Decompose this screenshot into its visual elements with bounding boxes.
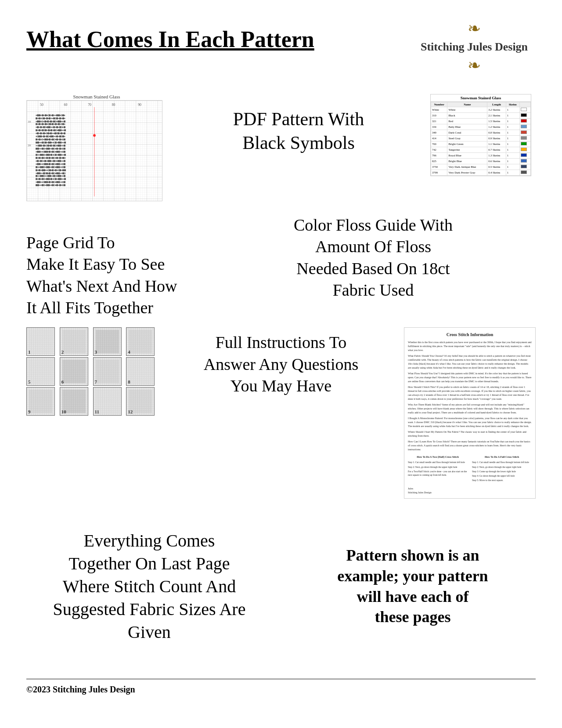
floss-num: 700 [431,141,447,147]
floss-color [519,118,530,124]
floss-skeins: 1 [506,130,519,135]
floss-color [519,147,530,152]
pdf-line1: PDF Pattern With [233,109,364,129]
svg-text:⊠⊞×○⊠□×⊞⊠×○⊞□×⊠×⊞○□⊠: ⊠⊞×○⊠□×⊞⊠×○⊞□×⊠×⊞○□⊠ [36,184,65,186]
logo-area: ❧ Stitching Jules Design ❧ [413,18,536,76]
floss-skeins: 1 [506,170,519,175]
floss-table-row: 825 Bright Blue 0.6 Skeins 1 [431,158,531,164]
info-paragraph: What Fabric Should You Choose? It's my b… [408,354,532,370]
color-floss-text: Color Floss Guide With Amount Of Floss N… [211,214,536,301]
svg-text:×⊠⊞○×⊠□⊞×⊠○⊞□×⊠⊞×○⊠□: ×⊠⊞○×⊠□⊞×⊠○⊞□×⊠⊞×○⊠□ [36,172,65,174]
floss-name: Baby Blue [447,124,487,130]
thumbnail-number: 2 [61,349,64,355]
floss-length: 1.5 Skeins [487,118,506,124]
instructions-line3: You May Have [231,377,331,395]
floss-skeins: 1 [506,135,519,141]
svg-text:×⊠⊞○×□⊠⊞×⊠○⊞□×⊠⊞×○□⊠: ×⊠⊞○×□⊠⊞×⊠○⊞□×⊠⊞×○□⊠ [36,181,65,183]
floss-name: Dark Coral [447,130,487,135]
floss-num: 349 [431,130,447,135]
info-mock: Cross Stitch Information Whether this is… [404,327,536,498]
info-paragraph: What Floss Should You Use? I designed th… [408,372,532,384]
pdf-line2: Black Symbols [242,133,355,153]
list-item: 2 [60,327,88,356]
svg-text:⊞⊠×○⊞□⊠×⊞⊠×○□⊞×⊠⊞×○⊠: ⊞⊠×○⊞□⊠×⊞⊠×○□⊞×⊠⊞×○⊠ [36,141,66,144]
last-page-text: Everything Comes Together On Last Page W… [26,529,272,644]
floss-num: 796 [431,152,447,158]
pattern-note-line2: example; your pattern [337,567,488,585]
thumbnail-number: 12 [128,409,133,414]
svg-rect-52 [29,390,52,413]
floss-name: White [447,107,487,112]
thumbnail-number: 9 [28,409,31,414]
floss-table-row: 796 Royal Blue 1.3 Skeins 1 [431,152,531,158]
thumbnail-number: 10 [61,409,66,414]
page-grid-line3: What's Next And How [26,277,177,295]
floss-table-row: 310 Black 2.1 Skeins 1 [431,112,531,118]
pattern-image-title: Snowman Stained Glass [26,94,167,99]
info-mock-title: Cross Stitch Information [408,331,532,338]
right-instruction-step: Step 5: Move to the next square. [472,478,532,482]
floss-name: Very Dark Pewter Gray [447,170,487,175]
floss-length: 1.3 Skeins [487,152,506,158]
page-grid-line2: Make It Easy To See [26,255,165,273]
col-length: Length [487,102,506,107]
right-instruction-step: Step 4: Go down through the upper left h… [472,474,532,478]
floss-table-title: Snowman Stained Glass [431,94,531,102]
color-floss-line2: Amount Of Floss [315,237,431,256]
svg-text:⊞×○⊠⊞□×⊠⊞×⊠○□⊞×⊠⊞○×⊠: ⊞×○⊠⊞□×⊠⊞×⊠○□⊞×⊠⊞○×⊠ [36,154,66,156]
svg-text:⊠×⊞○⊠□×⊞×⊠○⊞□×⊠×⊞○⊠□: ⊠×⊞○⊠□×⊞×⊠○⊞□×⊠×⊞○⊠□ [36,157,65,159]
cross-stitch-info: Cross Stitch Information Whether this is… [404,327,536,498]
floss-table-row: 334 Baby Blue 1.2 Skeins 1 [431,124,531,130]
floss-color [519,170,530,175]
col-name: Name [447,102,487,107]
floss-num: White [431,107,447,112]
left-instruction-step: For a Two/Half Stitch: you're done - you… [408,470,468,477]
thumbnail-number: 4 [128,349,130,355]
svg-text:⊠×⊞○□×⊠⊞×⊠○⊞□×⊠×⊞○□⊠: ⊠×⊞○□×⊠⊞×⊠○⊞□×⊠×⊞○□⊠ [36,138,65,141]
two-col-instructions: How To Do A Two (Half) Cross Stitch Step… [408,455,532,483]
floss-skeins: 1 [506,112,519,118]
floss-color [519,141,530,147]
svg-text:20: 20 [28,144,31,147]
floss-table-row: 321 Red 1.5 Skeins 1 [431,118,531,124]
svg-text:⊠○×⊞⊠□○×⊞⊠×○⊞□×⊠⊞×○⊠: ⊠○×⊞⊠□○×⊞⊠×○⊞□×⊠⊞×○⊠ [36,175,65,177]
footer-text: ©2023 Stitching Jules Design [26,685,536,695]
floss-num: 3750 [431,164,447,170]
floss-num: 3799 [431,170,447,175]
svg-rect-48 [95,360,119,383]
svg-text:×⊠×⊞○⊠□×⊞⊠×○⊞×⊠×⊞□○⊠: ×⊠×⊞○⊠□×⊞⊠×○⊞×⊠×⊞□○⊠ [36,126,65,128]
list-item: 8 [126,357,155,386]
signature: Jules Stitching Jules Design [408,487,532,495]
svg-text:⊞○⊠×⊞×⊠○□⊞×⊠×⊞○⊠×□⊞×: ⊞○⊠×⊞×⊠○□⊞×⊠×⊞○⊠×□⊞× [36,123,65,125]
floss-skeins: 1 [506,158,519,164]
svg-text:×⊠⊞×□○⊠×⊞×⊠○⊞□×⊠⊞×○⊠: ×⊠⊞×□○⊠×⊞×⊠○⊞□×⊠⊞×○⊠ [36,120,65,122]
floss-color [519,112,530,118]
svg-text:10: 10 [28,120,31,123]
thumbnail-number: 5 [28,379,31,384]
svg-text:50: 50 [40,103,43,107]
list-item: 10 [60,387,88,416]
page-header: What Comes In Each Pattern ❧ Stitching J… [26,18,536,76]
floss-num: 414 [431,135,447,141]
page-title: What Comes In Each Pattern [26,18,314,53]
row-2: Page Grid To Make It Easy To See What's … [26,214,536,319]
floss-length: 1.1 Skeins [487,141,506,147]
logo-flourish-top: ❧ [413,19,536,38]
floss-num: 310 [431,112,447,118]
svg-text:○⊠×⊞○⊠×□⊞×⊠○×⊞□⊠×⊞○⊠: ○⊠×⊞○⊠×□⊞×⊠○×⊞□⊠×⊞○⊠ [36,132,65,134]
list-item: 1 [26,327,55,356]
floss-color [519,135,530,141]
svg-text:⊞×⊠○⊞□⊠×⊞×⊠○⊞□×⊠⊞×○⊠: ⊞×⊠○⊞□⊠×⊞×⊠○⊞□×⊠⊞×○⊠ [36,129,66,131]
thumbnail-number: 3 [95,349,97,355]
color-floss-line3: Needed Based On 18ct [296,259,450,278]
floss-length: 2.1 Skeins [487,112,506,118]
right-instruction-step: Step 2: Next, go down through the upper … [472,465,532,469]
svg-text:×⊞⊠○×□⊠⊞×⊠○⊞□×⊠⊞×○□⊠: ×⊞⊠○×□⊠⊞×⊠○⊞□×⊠⊞×○□⊠ [36,163,65,165]
floss-num: 334 [431,124,447,130]
pattern-note: Pattern shown is an example; your patter… [290,545,536,627]
row-1: Snowman Stained Glass [26,94,536,201]
logo-text: Stitching Jules Design [413,40,536,54]
floss-length: 0.9 Skeins [487,135,506,141]
left-instructions: Step 1: Cut small needle and floss throu… [408,460,468,477]
floss-table-row: 3750 Very Dark Antique Blue 0.5 Skeins 1 [431,164,531,170]
